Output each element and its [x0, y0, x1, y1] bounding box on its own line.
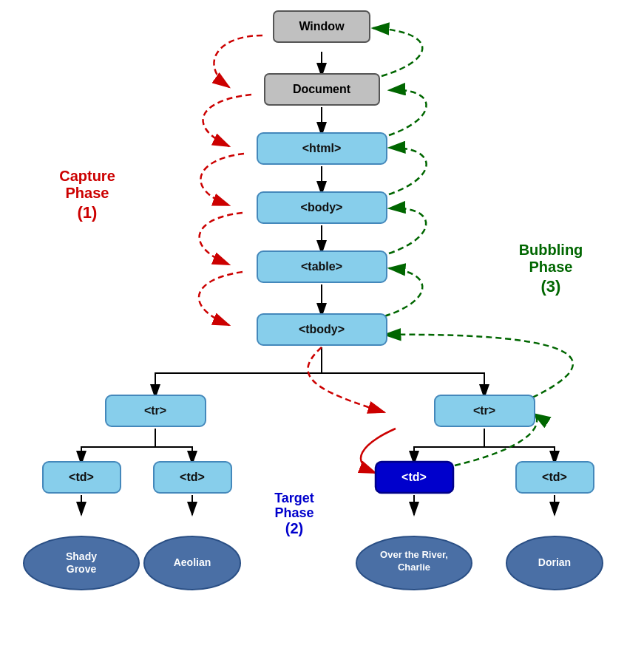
svg-text:Phase: Phase — [274, 505, 313, 520]
html-label: <html> — [302, 142, 341, 154]
target-phase-label: Target — [274, 491, 314, 505]
table-label: <table> — [301, 260, 342, 273]
tbody-label: <tbody> — [299, 323, 345, 335]
tr-right-label: <tr> — [473, 404, 495, 417]
tr-left-label: <tr> — [144, 404, 166, 417]
oval-aeolian: Aeolian — [174, 556, 211, 568]
td-lr-label: <td> — [180, 471, 205, 483]
oval-dorian: Dorian — [538, 556, 571, 568]
svg-text:Charlie: Charlie — [398, 562, 430, 573]
oval-shady-grove: Shady — [66, 550, 97, 562]
oval-over-river: Over the River, — [380, 549, 448, 560]
svg-text:Grove: Grove — [67, 563, 97, 575]
document-label: Document — [293, 83, 351, 95]
window-label: Window — [299, 20, 345, 33]
capture-phase-label: Capture — [59, 168, 115, 184]
td-rr-label: <td> — [542, 471, 567, 483]
svg-text:(1): (1) — [78, 203, 98, 222]
svg-text:(2): (2) — [285, 520, 303, 536]
svg-text:(3): (3) — [541, 277, 561, 296]
td-ll-label: <td> — [69, 471, 94, 483]
td-rl-label: <td> — [401, 471, 427, 483]
bubbling-phase-label: Bubbling — [519, 242, 583, 258]
svg-text:Phase: Phase — [66, 185, 109, 201]
svg-text:Phase: Phase — [529, 259, 573, 275]
body-label: <body> — [301, 201, 343, 214]
